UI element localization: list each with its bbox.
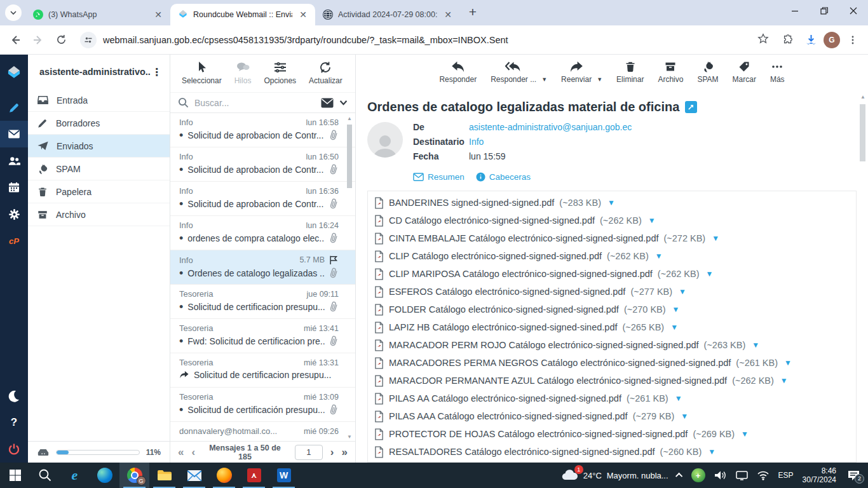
start-button[interactable] — [0, 463, 30, 488]
attachment-menu-caret[interactable]: ▼ — [784, 358, 792, 367]
folder-papelera[interactable]: Papelera — [28, 180, 170, 203]
chrome-icon[interactable]: G — [119, 463, 149, 488]
select-button[interactable]: Seleccionar — [182, 60, 222, 85]
attachment-menu-caret[interactable]: ▼ — [648, 216, 656, 225]
attachment-row[interactable]: MARACADOR PERM ROJO Catálogo electrónico… — [374, 336, 850, 354]
attachment-row[interactable]: CD Catálogo electrónico-signed-signed-si… — [374, 212, 850, 229]
new-tab-button[interactable]: + — [464, 4, 482, 22]
refresh-list-button[interactable]: Actualizar — [309, 60, 342, 85]
volume-icon[interactable] — [714, 470, 727, 480]
download-icon[interactable] — [801, 30, 821, 50]
message-list-item[interactable]: Info lun 16:24 • ordenes de compra catal… — [170, 216, 355, 250]
scroll-up-icon[interactable]: ▲ — [860, 94, 865, 100]
tab-close-button[interactable]: ✕ — [153, 9, 164, 20]
reply-button[interactable]: Responder — [439, 60, 477, 92]
mail-app-icon[interactable] — [179, 463, 209, 488]
attachment-name[interactable]: CINTA EMBALAJE Catálogo electrónico-sign… — [389, 233, 658, 243]
search-options-chevron-icon[interactable] — [339, 98, 348, 107]
attachment-menu-caret[interactable]: ▼ — [681, 412, 688, 421]
wifi-icon[interactable] — [757, 471, 770, 480]
attachment-row[interactable]: PILAS AA Catálogo electrónico-signed-sig… — [374, 390, 850, 407]
restore-button[interactable] — [810, 0, 839, 22]
word-icon[interactable]: W — [269, 463, 299, 488]
weather-widget[interactable]: 1 24°C Mayorm. nubla... — [562, 469, 668, 482]
attachment-name[interactable]: MARACADORES PERMA NEGROS Catálogo electr… — [389, 358, 731, 368]
attachment-menu-caret[interactable]: ▼ — [752, 341, 759, 349]
clock[interactable]: 8:46 30/7/2024 — [803, 466, 836, 484]
edge-icon[interactable] — [90, 463, 119, 488]
taskbar-search-icon[interactable] — [30, 463, 60, 488]
internet-explorer-icon[interactable]: e — [60, 463, 90, 488]
cpanel-icon[interactable]: cP — [0, 227, 28, 254]
last-page-button[interactable]: » — [342, 446, 348, 459]
display-tray-icon[interactable] — [736, 470, 748, 480]
folder-entrada[interactable]: Entrada — [28, 89, 170, 112]
scroll-up-icon[interactable]: ▲ — [347, 116, 352, 121]
main-scrollbar[interactable]: ▲ — [859, 94, 867, 460]
contacts-nav-icon[interactable] — [0, 147, 28, 174]
options-button[interactable]: Opciones — [264, 60, 296, 85]
message-list-item[interactable]: donnavalery@hotmail.co... mié 09:26 • — [170, 422, 355, 441]
mark-button[interactable]: Marcar — [733, 60, 756, 92]
extensions-icon[interactable] — [778, 30, 798, 50]
attachment-name[interactable]: MARACDOR PERMANANTE AZUL Catálogo electr… — [389, 376, 727, 386]
attachment-name[interactable]: CLIP Catálogo electrónico-signed-signed-… — [389, 251, 602, 261]
attachment-row[interactable]: CINTA EMBALAJE Catálogo electrónico-sign… — [374, 229, 850, 247]
search-input[interactable] — [194, 98, 315, 108]
acrobat-icon[interactable]: ⋏ — [239, 463, 269, 488]
attachment-menu-caret[interactable]: ▼ — [672, 305, 680, 314]
tab-search-button[interactable] — [5, 4, 22, 21]
tab-roundcube-active[interactable]: Roundcube Webmail :: Enviados ✕ — [170, 4, 315, 25]
summary-link[interactable]: Resumen — [413, 172, 465, 182]
forward-button[interactable]: Reenviar — [561, 60, 592, 92]
reply-all-button[interactable]: Responder ... — [491, 60, 536, 92]
delete-button[interactable]: Eliminar — [616, 60, 644, 92]
attachment-menu-caret[interactable]: ▼ — [780, 376, 788, 385]
attachment-menu-caret[interactable]: ▼ — [708, 447, 715, 456]
edit-as-new-icon[interactable] — [685, 101, 697, 113]
attachment-menu-caret[interactable]: ▼ — [741, 430, 749, 438]
tab-close-button[interactable]: ✕ — [297, 9, 309, 20]
tab-whatsapp[interactable]: (3) WhatsApp ✕ — [25, 4, 170, 25]
attachment-menu-caret[interactable]: ▼ — [670, 323, 678, 332]
compose-button[interactable] — [0, 94, 28, 121]
spam-button[interactable]: SPAM — [697, 60, 718, 92]
first-page-button[interactable]: « — [178, 446, 184, 459]
attachment-row[interactable]: PROTECTOR DE HOJAS Catálogo electrónico-… — [374, 425, 850, 443]
url-input[interactable] — [103, 35, 751, 45]
headers-link[interactable]: Cabeceras — [476, 172, 531, 182]
scrollbar-thumb[interactable] — [347, 125, 352, 188]
help-icon[interactable]: ? — [0, 409, 28, 436]
attachment-name[interactable]: FOLDER Catálogo electrónico-signed-signe… — [389, 304, 619, 315]
attachment-row[interactable]: CLIP MARIPOSA Catálogo electrónico-signe… — [374, 265, 850, 283]
attachment-row[interactable]: PILAS AAA Catálogo electrónico-signed-si… — [374, 407, 850, 425]
prev-page-button[interactable]: ‹ — [191, 446, 195, 459]
more-button[interactable]: Más — [770, 60, 785, 92]
bookmark-star-icon[interactable] — [757, 33, 769, 47]
attachment-row[interactable]: RESALTADORES Catálogo electrónico-signed… — [374, 443, 850, 461]
attachment-row[interactable]: MARACDOR PERMANANTE AZUL Catálogo electr… — [374, 372, 850, 390]
message-list-item[interactable]: Info lun 16:58 • Solicitud de aprobacion… — [170, 113, 355, 147]
account-menu-icon[interactable]: ⋮ — [151, 66, 163, 78]
message-list-item[interactable]: Info lun 16:36 • Solicitud de aprobacion… — [170, 182, 355, 216]
forward-button[interactable] — [28, 30, 48, 50]
tray-overflow-icon[interactable] — [675, 473, 682, 480]
logout-icon[interactable] — [0, 436, 28, 463]
attachment-menu-caret[interactable]: ▼ — [706, 269, 714, 278]
attachment-name[interactable]: LAPIZ HB Catálogo electrónico-signed-sig… — [389, 322, 617, 332]
calendar-nav-icon[interactable] — [0, 174, 28, 201]
attachment-name[interactable]: BANDERINES signed-signed-signed.pdf — [389, 198, 554, 208]
dark-mode-icon[interactable] — [0, 383, 28, 409]
attachment-name[interactable]: PILAS AA Catálogo electrónico-signed-sig… — [389, 393, 621, 403]
refresh-button[interactable] — [51, 30, 71, 50]
message-list-item[interactable]: Info 5.7 MB • Ordenes de catalogo legali… — [170, 250, 355, 285]
back-button[interactable] — [5, 30, 25, 50]
minimize-button[interactable] — [780, 0, 810, 22]
browser-menu-icon[interactable] — [843, 30, 863, 50]
message-list-item[interactable]: Info lun 16:50 • Solicitud de aprobacion… — [170, 147, 355, 182]
attachment-name[interactable]: CD Catálogo electrónico-signed-signed-si… — [389, 215, 595, 226]
next-page-button[interactable]: › — [330, 446, 334, 459]
to-address-link[interactable]: Info — [469, 137, 484, 147]
from-address-link[interactable]: asistente-administrativo@sanjuan.gob.ec — [469, 122, 632, 132]
attachment-name[interactable]: PROTECTOR DE HOJAS Catálogo electrónico-… — [389, 429, 688, 439]
